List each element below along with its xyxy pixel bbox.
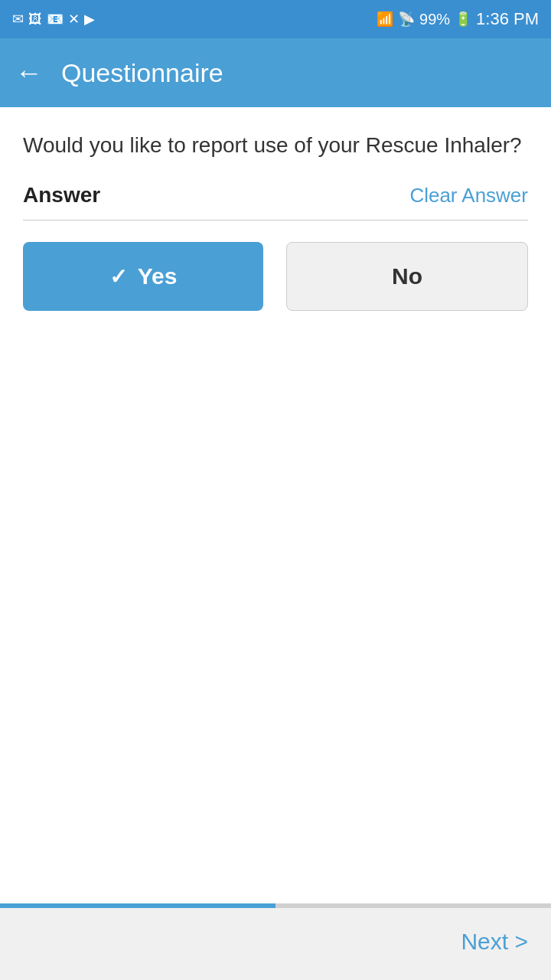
battery-icon: 🔋 [455,11,471,28]
main-content: Would you like to report use of your Res… [0,107,551,903]
answer-row: Answer Clear Answer [23,183,528,220]
next-button[interactable]: Next > [461,929,528,955]
play-icon: ▶ [84,11,95,28]
options-row: ✓ Yes No [23,242,528,311]
mail-icon: ✉ [12,11,24,28]
status-info-right: 📶 📡 99% 🔋 1:36 PM [377,9,539,29]
progress-bar-container [0,903,551,908]
status-icons-left: ✉ 🖼 📧 ✕ ▶ [12,11,95,28]
status-bar: ✉ 🖼 📧 ✕ ▶ 📶 📡 99% 🔋 1:36 PM [0,0,551,38]
app-bar: ← Questionnaire [0,38,551,107]
close-icon: ✕ [68,11,80,28]
question-text: Would you like to report use of your Res… [23,130,528,160]
clear-answer-button[interactable]: Clear Answer [409,184,528,207]
app-bar-title: Questionnaire [61,58,223,88]
back-button[interactable]: ← [15,59,43,87]
status-time: 1:36 PM [476,9,539,29]
yes-label: Yes [138,263,178,289]
yes-button[interactable]: ✓ Yes [23,242,263,311]
answer-label: Answer [23,183,100,207]
checkmark-icon: ✓ [109,264,127,289]
wifi-icon: 📶 [377,11,393,28]
battery-percent: 99% [419,11,450,28]
no-button[interactable]: No [286,242,528,311]
mail2-icon: 📧 [47,11,64,28]
bottom-area: Next > [0,903,551,980]
signal-icon: 📡 [398,11,415,28]
image-icon: 🖼 [28,11,42,28]
progress-bar-fill [0,903,276,908]
no-label: No [392,263,422,289]
